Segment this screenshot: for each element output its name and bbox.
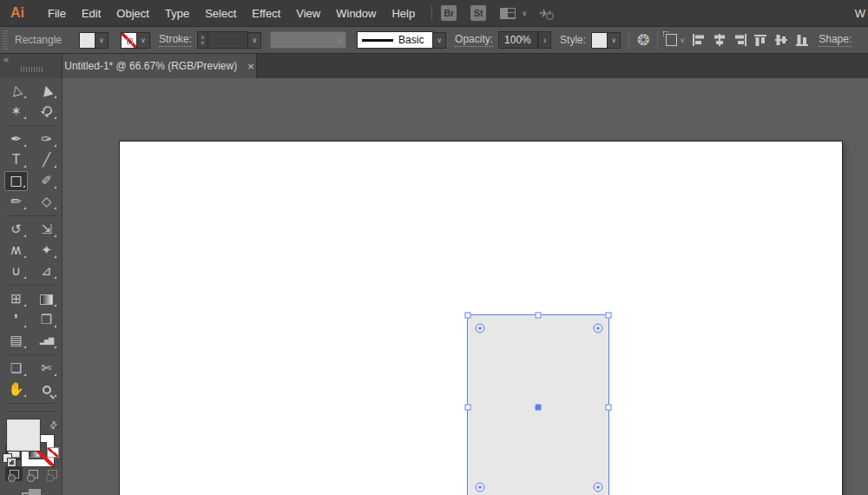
horizontal-align-center-icon[interactable]: [713, 34, 727, 46]
brush-definition-dropdown[interactable]: Basic: [357, 31, 433, 49]
recolor-artwork-icon[interactable]: ❂: [637, 31, 649, 50]
handle-middle-right[interactable]: [606, 404, 612, 410]
arrange-documents-icon[interactable]: [500, 8, 516, 19]
width-tool[interactable]: ʍ: [4, 241, 28, 261]
symbol-sprayer-tool[interactable]: ▤: [4, 331, 28, 351]
opacity-field[interactable]: 100%: [498, 31, 538, 49]
line-segment-tool[interactable]: ╱: [35, 150, 58, 170]
toolbar-header: «: [0, 54, 62, 78]
stroke-weight-field[interactable]: [208, 31, 248, 49]
hand-tool[interactable]: ✋: [4, 380, 28, 399]
pen-tool[interactable]: ✒: [4, 129, 28, 149]
controlbar-divider: [628, 30, 629, 50]
shape-label[interactable]: Shape:: [819, 33, 852, 47]
direct-selection-icon: ▶: [39, 84, 54, 97]
menu-item-edit[interactable]: Edit: [74, 7, 108, 20]
draw-inside-button[interactable]: [44, 466, 62, 481]
slice-tool[interactable]: ✄: [35, 359, 58, 379]
horizontal-align-left-icon[interactable]: [692, 34, 706, 46]
draw-behind-button[interactable]: [24, 466, 42, 481]
line-segment-icon: ╱: [43, 154, 50, 167]
fill-indicator[interactable]: [7, 419, 40, 451]
bridge-button[interactable]: Br: [441, 5, 457, 21]
eraser-tool[interactable]: ◇: [35, 192, 58, 212]
style-swatch[interactable]: [591, 32, 608, 49]
change-screen-mode-icon[interactable]: [22, 489, 41, 495]
gradient-tool[interactable]: [35, 289, 58, 309]
menu-item-file[interactable]: File: [40, 7, 74, 20]
menu-item-window[interactable]: Window: [328, 7, 384, 20]
menu-item-view[interactable]: View: [288, 7, 328, 20]
stock-button[interactable]: St: [470, 5, 486, 21]
vertical-align-center-icon[interactable]: [775, 34, 789, 46]
fill-dropdown-button[interactable]: ∨: [95, 32, 108, 49]
canvas-pasteboard[interactable]: [62, 78, 868, 495]
menu-item-type[interactable]: Type: [157, 7, 197, 20]
opacity-label[interactable]: Opacity:: [455, 33, 493, 47]
panel-grip-icon[interactable]: [3, 30, 8, 50]
horizontal-align-right-icon[interactable]: [733, 34, 747, 46]
stroke-weight-stepper[interactable]: ∧∨: [197, 31, 208, 49]
swap-fill-stroke-icon[interactable]: ⇄: [47, 419, 61, 432]
handle-top-center[interactable]: [536, 313, 542, 319]
opacity-expander-button[interactable]: ›: [538, 31, 551, 49]
zoom-tool[interactable]: [35, 380, 58, 399]
handle-middle-left[interactable]: [465, 404, 471, 410]
fill-stroke-indicator: ⇄: [0, 418, 62, 441]
menu-item-select[interactable]: Select: [197, 7, 244, 20]
corner-widget-top-right[interactable]: [594, 324, 603, 333]
collapse-panel-icon[interactable]: «: [3, 54, 9, 64]
document-tab[interactable]: Untitled-1* @ 66.67% (RGB/Preview) ×: [62, 54, 257, 78]
menu-item-object[interactable]: Object: [108, 7, 157, 20]
chevron-down-icon[interactable]: ∨: [680, 36, 685, 44]
menubar: Ai FileEditObjectTypeSelectEffectViewWin…: [0, 0, 868, 26]
curvature-tool[interactable]: ✑: [35, 129, 58, 149]
default-fill-stroke-icon[interactable]: [3, 454, 16, 467]
perspective-grid-tool[interactable]: ⊿: [35, 261, 58, 281]
stroke-label[interactable]: Stroke:: [159, 33, 192, 47]
vertical-align-top-icon[interactable]: [754, 34, 768, 46]
stroke-weight-dropdown-button[interactable]: ∨: [248, 32, 261, 49]
corner-widget-bottom-left[interactable]: [476, 483, 485, 492]
puppet-warp-tool[interactable]: ✦: [35, 241, 58, 261]
toolbar-divider: [6, 285, 56, 286]
center-point[interactable]: [536, 404, 542, 410]
artboard-tool[interactable]: ❏: [4, 359, 28, 379]
close-tab-icon[interactable]: ×: [247, 60, 254, 73]
selection-tool[interactable]: ▷: [4, 81, 28, 101]
menu-item-help[interactable]: Help: [384, 7, 423, 20]
shaper-tool[interactable]: ✏: [4, 192, 28, 212]
stroke-dropdown-button[interactable]: ∨: [137, 32, 150, 49]
lasso-tool[interactable]: Ω: [35, 102, 58, 122]
draw-normal-button[interactable]: [5, 466, 23, 481]
fill-swatch[interactable]: [79, 32, 95, 49]
rotate-tool[interactable]: ↺: [4, 220, 28, 240]
artboard[interactable]: [120, 142, 842, 495]
scale-tool[interactable]: ⇲: [35, 220, 58, 240]
selected-rectangle[interactable]: [467, 314, 609, 495]
chevron-down-icon[interactable]: ∨: [522, 10, 527, 17]
direct-selection-tool[interactable]: ▶: [35, 81, 58, 101]
shaper-icon: ✏: [10, 195, 22, 208]
style-dropdown-button[interactable]: ∨: [608, 32, 621, 49]
type-tool[interactable]: T: [4, 150, 28, 170]
eyedropper-tool[interactable]: ❜: [4, 310, 28, 330]
brush-dropdown-button[interactable]: ∨: [433, 32, 446, 49]
handle-top-left[interactable]: [465, 313, 471, 319]
vertical-align-bottom-icon[interactable]: [796, 34, 810, 46]
corner-widget-bottom-right[interactable]: [594, 483, 603, 492]
magic-wand-tool[interactable]: ✶: [4, 102, 28, 122]
rectangle-tool[interactable]: □: [4, 171, 28, 191]
corner-widget-top-left[interactable]: [476, 324, 485, 333]
paintbrush-tool[interactable]: ✐: [35, 171, 58, 191]
gpu-performance-icon[interactable]: ✈: [539, 7, 554, 20]
handle-top-right[interactable]: [606, 313, 612, 319]
stroke-none-swatch[interactable]: [121, 32, 137, 49]
blend-tool[interactable]: ❒: [35, 310, 58, 330]
toolbar-grip-icon[interactable]: [21, 67, 43, 72]
page-options-icon[interactable]: [666, 34, 677, 46]
shape-builder-tool[interactable]: ∪: [4, 261, 28, 281]
mesh-tool[interactable]: ⊞: [4, 289, 28, 309]
column-graph-tool[interactable]: ▂▅▇: [35, 331, 58, 351]
menu-item-effect[interactable]: Effect: [244, 7, 288, 20]
